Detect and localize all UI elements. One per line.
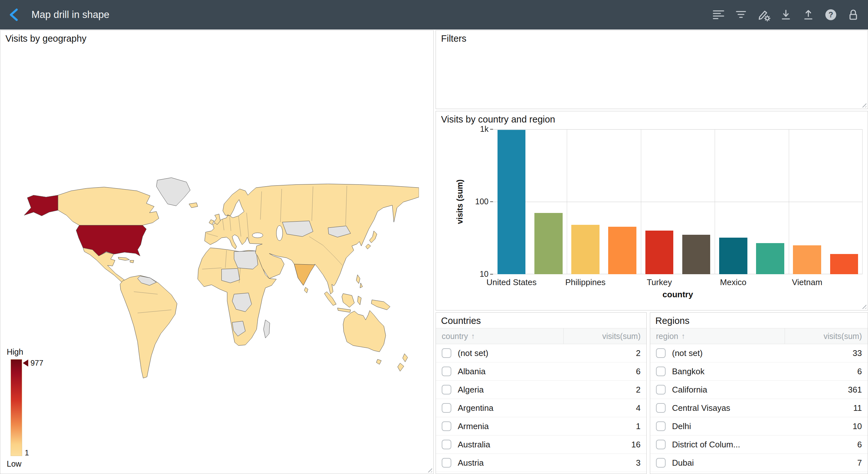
table-row[interactable]: Albania 6 xyxy=(436,362,646,381)
bar[interactable] xyxy=(793,245,821,274)
column-header-visits[interactable]: visits(sum) xyxy=(563,328,646,344)
country-shape xyxy=(403,354,408,362)
column-header-label: country xyxy=(442,331,468,341)
row-checkbox[interactable] xyxy=(656,440,665,449)
legend-gradient xyxy=(10,359,22,456)
bar[interactable] xyxy=(719,238,747,274)
country-shape xyxy=(130,260,134,263)
table-row[interactable]: California 361 xyxy=(650,381,868,399)
row-checkbox[interactable] xyxy=(656,403,665,413)
row-value: 7 xyxy=(858,458,862,468)
row-checkbox[interactable] xyxy=(656,385,665,394)
x-tick-label: Turkey xyxy=(624,277,694,287)
countries-table-body: (not set) 2 Albania 6 Algeria 2 Argentin… xyxy=(436,344,646,472)
gridline xyxy=(641,129,641,274)
filter-icon[interactable] xyxy=(734,8,748,22)
row-value: 4 xyxy=(636,403,641,413)
row-checkbox[interactable] xyxy=(656,367,665,376)
y-tick-mark xyxy=(490,129,493,130)
x-tick-label: Philippines xyxy=(550,277,621,287)
table-row[interactable]: (not set) 2 xyxy=(436,344,646,362)
y-tick-label: 1k xyxy=(436,124,489,134)
country-shape xyxy=(222,268,240,283)
upload-icon[interactable] xyxy=(801,8,815,22)
country-shape xyxy=(376,359,381,364)
bar[interactable] xyxy=(497,130,526,274)
y-tick-mark xyxy=(490,274,493,275)
back-button[interactable] xyxy=(7,7,23,23)
help-icon[interactable]: ? xyxy=(824,8,838,22)
lock-icon[interactable] xyxy=(846,8,860,22)
country-shape xyxy=(398,363,404,371)
bar-plot xyxy=(493,129,863,274)
bar[interactable] xyxy=(534,213,563,274)
table-row[interactable]: Argentina 4 xyxy=(436,399,646,417)
country-shape-us-alaska xyxy=(24,195,58,216)
bar[interactable] xyxy=(756,243,784,274)
resize-handle[interactable] xyxy=(426,467,432,472)
map-panel-title: Visits by geography xyxy=(0,30,433,46)
row-value: 2 xyxy=(636,385,641,395)
row-checkbox[interactable] xyxy=(656,348,665,358)
row-checkbox[interactable] xyxy=(442,440,451,449)
country-shape xyxy=(343,310,386,352)
country-shape-india xyxy=(294,264,315,285)
country-shape xyxy=(337,308,350,312)
gridline xyxy=(493,202,863,202)
row-checkbox[interactable] xyxy=(442,348,451,358)
table-row[interactable]: Armenia 1 xyxy=(436,417,646,436)
download-icon[interactable] xyxy=(779,8,793,22)
country-shape xyxy=(156,178,190,206)
resize-handle[interactable] xyxy=(861,303,866,309)
row-label: Bangkok xyxy=(672,367,858,377)
filters-panel-title: Filters xyxy=(436,30,868,46)
notes-icon[interactable] xyxy=(711,8,725,22)
x-axis-label: country xyxy=(662,290,693,299)
regions-table-body: (not set) 33 Bangkok 6 California 361 Ce… xyxy=(650,344,868,472)
row-value: 1 xyxy=(636,421,641,431)
countries-panel: Countries country ↑ visits(sum) (not set… xyxy=(436,312,647,474)
map-legend: High 977 1 Low xyxy=(7,347,77,469)
table-row[interactable]: District of Colum... 6 xyxy=(650,436,868,454)
table-row[interactable]: Australia 16 xyxy=(436,436,646,454)
sort-ascending-icon: ↑ xyxy=(471,332,475,341)
table-row[interactable]: Algeria 2 xyxy=(436,381,646,399)
column-header-country[interactable]: country ↑ xyxy=(436,328,563,344)
row-checkbox[interactable] xyxy=(442,367,451,376)
country-shape xyxy=(118,257,129,260)
table-row[interactable]: (not set) 33 xyxy=(650,344,868,362)
country-shape xyxy=(189,203,197,208)
bar[interactable] xyxy=(830,254,858,274)
row-checkbox[interactable] xyxy=(442,385,451,394)
table-row[interactable]: Central Visayas 11 xyxy=(650,399,868,417)
table-row[interactable]: Delhi 10 xyxy=(650,417,868,436)
row-checkbox[interactable] xyxy=(656,458,665,468)
row-checkbox[interactable] xyxy=(442,421,451,431)
country-shape xyxy=(234,251,258,270)
row-value: 3 xyxy=(636,458,641,468)
gridline xyxy=(567,129,567,274)
column-header-visits[interactable]: visits(sum) xyxy=(784,328,868,344)
column-header-region[interactable]: region ↑ xyxy=(650,328,784,344)
table-row[interactable]: Bangkok 6 xyxy=(650,362,868,381)
bar[interactable] xyxy=(645,230,674,274)
row-checkbox[interactable] xyxy=(656,421,665,431)
row-label: Central Visayas xyxy=(672,403,853,413)
row-value: 6 xyxy=(636,367,641,377)
row-checkbox[interactable] xyxy=(442,403,451,413)
country-shape xyxy=(360,283,363,288)
country-shape xyxy=(366,244,371,249)
table-row[interactable]: Dubai 7 xyxy=(650,454,868,472)
annotation-settings-icon[interactable] xyxy=(756,8,771,22)
bar[interactable] xyxy=(571,225,599,274)
legend-max-value: 977 xyxy=(30,358,43,368)
bar[interactable] xyxy=(682,235,711,274)
row-checkbox[interactable] xyxy=(442,458,451,468)
filters-panel: Filters xyxy=(436,30,868,109)
bar[interactable] xyxy=(608,227,637,274)
map-panel: Visits by geography xyxy=(0,30,434,474)
table-row[interactable]: Austria 3 xyxy=(436,454,646,472)
legend-low-label: Low xyxy=(7,459,77,469)
resize-handle[interactable] xyxy=(861,102,866,107)
row-label: (not set) xyxy=(458,348,636,358)
